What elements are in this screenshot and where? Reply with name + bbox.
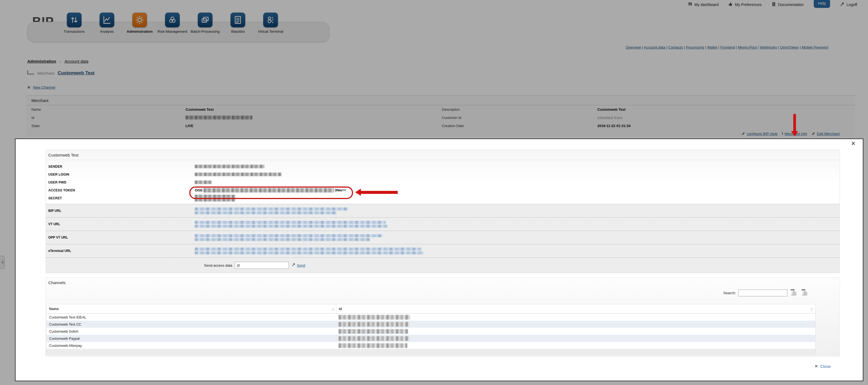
channel-row[interactable]: Customweb Test CC bbox=[46, 321, 815, 328]
bip-admin-page: My dashboard My Preferences Documentatio… bbox=[0, 0, 868, 385]
channel-id-cell bbox=[336, 315, 815, 320]
url-label: VT URL bbox=[46, 222, 195, 226]
access-field-row: USER LOGIN bbox=[46, 170, 840, 178]
field-label: USER LOGIN bbox=[46, 172, 195, 177]
channel-name-cell: Customweb Afterpay bbox=[46, 344, 336, 348]
channel-name-cell: Customweb Paypal bbox=[46, 336, 336, 341]
redacted-url-value bbox=[195, 234, 382, 241]
field-label: USER PWD bbox=[46, 181, 195, 184]
redacted-channel-id bbox=[339, 329, 408, 334]
redacted-value bbox=[195, 181, 212, 184]
sort-ascending-icon: △ bbox=[332, 307, 336, 311]
access-field-row: USER PWD bbox=[46, 178, 840, 186]
channel-name-cell: Customweb Sofort bbox=[46, 329, 336, 333]
url-section: BIP URLVT URLOPP VT URLeTerminal URL Sen… bbox=[46, 204, 840, 273]
dialog-close-button[interactable]: × Close bbox=[815, 363, 831, 369]
sort-both-icon: △▽ bbox=[811, 307, 815, 311]
channels-table-body: Customweb Test iDEALCustomweb Test CCCus… bbox=[46, 314, 815, 349]
redacted-channel-id bbox=[339, 315, 410, 320]
redacted-url-value bbox=[195, 207, 348, 214]
channel-row[interactable]: Customweb Paypal bbox=[46, 335, 815, 342]
redacted-value bbox=[195, 165, 264, 168]
access-field-row: ACCESS TOKENOGE3Nw== bbox=[46, 186, 840, 194]
send-access-data-label: Send access data bbox=[204, 263, 232, 267]
puzzle-icon[interactable] bbox=[789, 289, 798, 297]
channel-name-cell: Customweb Test iDEAL bbox=[46, 315, 336, 319]
annotation-arrow-down-body bbox=[793, 114, 796, 131]
channel-name-cell: Customweb Test CC bbox=[46, 322, 336, 326]
field-label: SECRET bbox=[46, 196, 195, 200]
annotation-arrow-down-icon bbox=[791, 131, 798, 136]
channels-table: Name △ Id △▽ Customweb Test iDEALCustomw… bbox=[46, 304, 816, 354]
column-header-name[interactable]: Name △ bbox=[46, 307, 336, 311]
send-arrow-icon bbox=[291, 263, 296, 268]
puzzle-icon[interactable] bbox=[800, 289, 809, 297]
field-label: SENDER bbox=[46, 165, 195, 168]
url-row: BIP URL bbox=[46, 204, 840, 217]
name-column-label: Name bbox=[49, 307, 59, 311]
send-access-data-input[interactable] bbox=[235, 262, 289, 269]
annotation-highlight-oval bbox=[189, 187, 353, 199]
annotation-arrow-left-icon bbox=[355, 189, 361, 196]
close-x-icon: × bbox=[815, 363, 818, 369]
redacted-value bbox=[195, 172, 281, 176]
access-field-row: SECRET bbox=[46, 194, 840, 202]
send-link-wrap: Send bbox=[291, 263, 305, 268]
redacted-channel-id bbox=[339, 322, 409, 327]
redacted-channel-id bbox=[339, 336, 409, 341]
channels-title: Channels bbox=[46, 278, 840, 285]
access-fields: SENDERUSER LOGINUSER PWDACCESS TOKENOGE3… bbox=[46, 160, 840, 204]
redacted-line bbox=[195, 211, 337, 214]
redacted-line bbox=[195, 207, 348, 211]
channel-id-cell bbox=[336, 322, 815, 327]
redacted-line bbox=[195, 251, 423, 254]
channels-panel: Channels Search: Name △ Id △▽ bbox=[45, 277, 840, 356]
send-link[interactable]: Send bbox=[297, 263, 305, 267]
dialog-close-icon[interactable]: × bbox=[851, 140, 855, 147]
dialog-title: Customweb Test bbox=[46, 150, 840, 160]
annotation-arrow-left-body bbox=[361, 191, 398, 194]
search-input[interactable] bbox=[738, 290, 787, 296]
channel-row[interactable]: Customweb Afterpay bbox=[46, 342, 815, 349]
url-row: eTerminal URL bbox=[46, 244, 840, 257]
close-label: Close bbox=[820, 364, 831, 368]
channel-id-cell bbox=[336, 343, 815, 348]
channel-row[interactable]: Customweb Test iDEAL bbox=[46, 314, 815, 321]
field-label: ACCESS TOKEN bbox=[46, 188, 195, 192]
channels-table-header: Name △ Id △▽ bbox=[46, 304, 815, 314]
send-access-data-row: Send access data Send bbox=[46, 257, 840, 273]
search-label: Search: bbox=[723, 291, 736, 295]
id-column-label: Id bbox=[339, 307, 342, 311]
merchant-info-dialog: × Customweb Test SENDERUSER LOGINUSER PW… bbox=[15, 138, 863, 381]
url-label: BIP URL bbox=[46, 209, 195, 213]
channels-table-footer bbox=[46, 349, 815, 354]
url-row: OPP VT URL bbox=[46, 231, 840, 244]
merchant-access-details-panel: Customweb Test SENDERUSER LOGINUSER PWDA… bbox=[45, 150, 840, 273]
redacted-line bbox=[195, 238, 370, 241]
column-header-id[interactable]: Id △▽ bbox=[336, 304, 815, 313]
redacted-url-value bbox=[195, 248, 423, 254]
url-row: VT URL bbox=[46, 217, 840, 231]
redacted-url-value bbox=[195, 221, 388, 228]
redacted-channel-id bbox=[339, 343, 407, 348]
url-label: eTerminal URL bbox=[46, 249, 195, 253]
url-label: OPP VT URL bbox=[46, 235, 195, 239]
redacted-line bbox=[195, 221, 386, 224]
channels-search-row: Search: bbox=[723, 289, 809, 297]
redacted-line bbox=[195, 225, 388, 228]
channel-row[interactable]: Customweb Sofort bbox=[46, 328, 815, 335]
access-field-row: SENDER bbox=[46, 162, 840, 170]
redacted-line bbox=[195, 248, 421, 251]
redacted-line bbox=[195, 234, 382, 237]
channel-id-cell bbox=[336, 336, 815, 341]
channel-id-cell bbox=[336, 329, 815, 334]
